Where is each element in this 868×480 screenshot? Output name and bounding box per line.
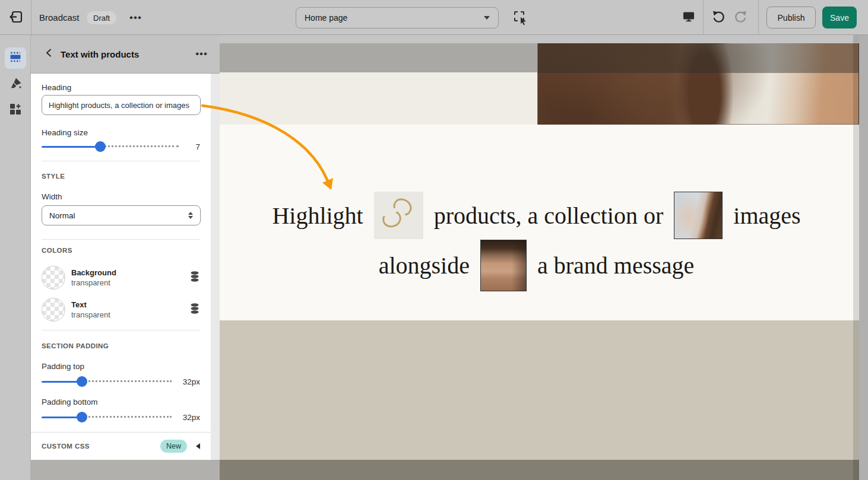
background-color-row[interactable]: Background transparent [31,263,211,292]
padding-top-slider-row: 32px [42,376,200,387]
slider-thumb[interactable] [95,141,106,152]
slider-thumb[interactable] [77,376,87,387]
undo-button[interactable] [711,11,726,25]
section-title: Text with products [61,49,139,59]
preview-next-section[interactable] [220,320,859,480]
product-image-model-portrait[interactable] [480,240,527,291]
redo-icon [734,9,748,26]
preview-heading-text: images [733,202,800,230]
page-selector-value: Home page [305,13,347,23]
padding-bottom-label: Padding bottom [42,398,98,406]
slider-thumb[interactable] [77,412,87,422]
padding-bottom-slider-row: 32px [42,412,200,422]
theme-name: Broadcast [39,0,80,35]
dim-overlay-banner [220,43,537,72]
desktop-preview-icon [682,10,695,26]
editor-left-rail [0,35,31,480]
heading-size-slider[interactable] [42,141,179,152]
theme-settings-tab[interactable] [8,77,23,91]
topbar-divider [758,0,759,35]
panel-header: Text with products ••• [31,35,220,74]
divider [42,239,200,240]
topbar-divider [703,0,704,35]
text-with-products-line2[interactable]: alongside a brand message [220,240,853,291]
more-icon: ••• [195,48,208,60]
padding-top-slider[interactable] [42,376,172,387]
more-icon: ••• [129,12,142,24]
top-bar: Broadcast Draft ••• Home page [0,0,868,35]
preview-heading-text: alongside [379,252,470,279]
colors-section-header: COLORS [42,247,72,254]
transparent-swatch[interactable] [42,266,65,290]
divider [42,161,200,161]
back-button[interactable] [43,47,56,61]
heading-size-value: 7 [185,142,200,151]
heading-field-label: Heading [42,83,71,92]
padding-bottom-slider[interactable] [42,412,172,422]
sections-icon [8,50,23,66]
undo-icon [711,9,726,26]
publish-button[interactable]: Publish [766,7,816,28]
paint-brush-icon [8,82,23,93]
app-blocks-plus-icon [8,108,23,118]
padding-top-label: Padding top [42,362,84,371]
save-button[interactable]: Save [822,7,857,28]
page-selector[interactable]: Home page [296,7,499,28]
desktop-preview-button[interactable] [682,11,696,25]
product-image-earrings[interactable] [374,192,423,239]
back-chevron-icon [44,47,55,61]
dim-overlay-preview-bottom [220,460,859,480]
preview-heading-text: Highlight [272,202,363,230]
collapse-left-icon [196,443,200,449]
section-picker-tool-button[interactable] [514,11,527,24]
padding-top-value: 32px [178,377,200,386]
stepper-arrows-icon [188,212,193,219]
product-image-model-profile[interactable] [674,192,723,239]
text-color-row[interactable]: Text transparent [31,295,211,324]
theme-editor: Broadcast Draft ••• Home page [0,0,868,480]
sections-tab[interactable] [5,47,26,69]
dynamic-source-icon[interactable] [189,271,200,285]
color-row-value: transparent [71,278,189,287]
theme-preview[interactable]: Highlight products, a collection or imag… [220,35,859,480]
redo-button[interactable] [734,11,748,25]
custom-css-label: CUSTOM CSS [42,443,90,450]
divider [42,330,200,330]
preview-scrollbar[interactable] [853,35,859,480]
chevron-down-icon [484,16,490,20]
text-with-products-line1[interactable]: Highlight products, a collection or imag… [220,192,853,239]
panel-scrollbar-track[interactable] [211,74,220,460]
custom-css-collapsible[interactable]: CUSTOM CSS New [31,433,211,460]
dim-overlay-photo [538,44,859,73]
dim-overlay-panel-bottom [31,460,220,480]
exit-icon [8,9,24,27]
padding-section-header: SECTION PADDING [42,342,109,349]
preview-top-gap [220,35,859,43]
padding-bottom-value: 32px [178,413,200,422]
heading-size-slider-row: 7 [42,141,200,152]
preview-heading-text: products, a collection or [434,202,664,230]
new-badge: New [160,440,187,453]
section-settings-panel: Heading Heading size 7 STYLE Width Norma… [31,74,211,460]
banner-photo[interactable] [537,43,859,125]
status-badge: Draft [87,11,116,24]
topbar-divider [31,0,31,35]
preview-heading-text: a brand message [537,252,694,279]
color-row-value: transparent [71,310,189,319]
width-field-label: Width [42,192,62,201]
heading-size-label: Heading size [42,128,88,137]
exit-editor-button[interactable] [7,9,25,27]
transparent-swatch[interactable] [42,298,65,322]
style-section-header: STYLE [42,173,65,180]
color-row-label: Background [71,268,189,277]
width-select-value: Normal [49,211,75,220]
dynamic-source-icon[interactable] [189,303,200,317]
color-row-label: Text [71,300,189,309]
width-select[interactable]: Normal [42,205,201,225]
editor-right-gutter [859,35,868,480]
section-more-menu-button[interactable]: ••• [195,48,208,60]
heading-input[interactable] [42,95,201,115]
theme-more-menu-button[interactable]: ••• [129,0,142,35]
app-embeds-tab[interactable] [8,102,23,116]
